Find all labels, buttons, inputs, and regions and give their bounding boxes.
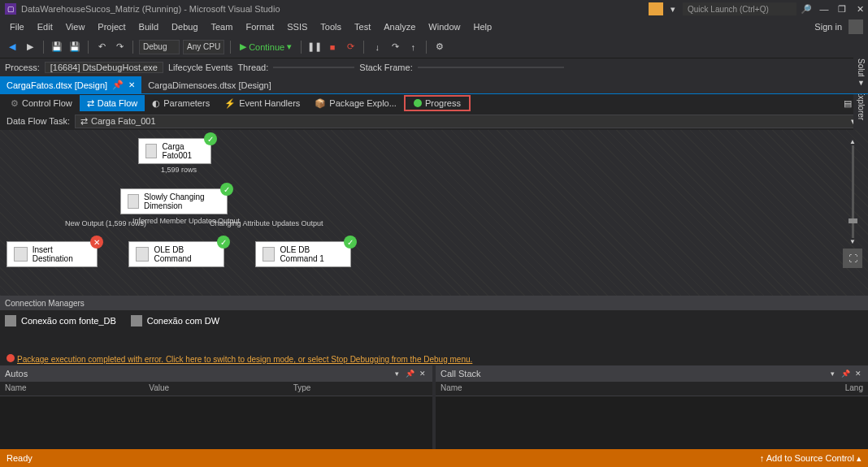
node-label: Slowly Changing Dimension (144, 192, 220, 210)
col-lang[interactable]: Lang (775, 382, 868, 396)
dft-label: Data Flow Task: (7, 116, 70, 126)
status-ok-icon: ✓ (220, 183, 233, 196)
col-value[interactable]: Value (144, 382, 288, 396)
close-panel-icon[interactable]: ✕ (418, 369, 427, 378)
hex-icon[interactable]: ⚙ (432, 40, 447, 54)
redo-icon[interactable]: ↷ (112, 40, 127, 54)
step-out-icon[interactable]: ↑ (406, 40, 420, 54)
save-icon[interactable]: 💾 (50, 40, 64, 54)
menu-file[interactable]: File (3, 19, 31, 34)
close-panel-icon[interactable]: ✕ (853, 369, 863, 378)
tab-progress[interactable]: Progress (404, 95, 471, 111)
dropdown-icon[interactable]: ▾ (392, 369, 401, 378)
connection-item[interactable]: Conexão com DW (131, 315, 219, 326)
col-name[interactable]: Name (0, 382, 144, 396)
menu-build[interactable]: Build (132, 19, 165, 34)
zoom-slider[interactable]: ▲ ▼ ⛶ (847, 138, 858, 268)
destination-icon (14, 247, 28, 262)
step-over-icon[interactable]: ↷ (388, 40, 402, 54)
process-bar: Process: [16684] DtsDebugHost.exe Lifecy… (0, 58, 868, 76)
quick-launch-input[interactable]: Quick Launch (Ctrl+Q) (683, 2, 796, 15)
lifecycle-label[interactable]: Lifecycle Events (168, 63, 232, 72)
step-into-icon[interactable]: ↓ (370, 40, 384, 54)
minimize-button[interactable]: — (816, 1, 832, 17)
node-label: Insert Destination (33, 245, 90, 263)
menu-edit[interactable]: Edit (31, 19, 59, 34)
menu-view[interactable]: View (59, 19, 92, 34)
process-name[interactable]: [16684] DtsDebugHost.exe (45, 62, 163, 73)
dropdown-icon[interactable]: ▾ (827, 369, 837, 378)
doc-tab-cargadimensoes[interactable]: CargaDimensoes.dtsx [Design] (141, 76, 278, 94)
col-name[interactable]: Name (436, 382, 775, 396)
process-label: Process: (5, 63, 40, 72)
vs-logo-icon: ▢ (5, 3, 16, 15)
break-all-icon[interactable]: ❚❚ (307, 40, 322, 54)
save-all-icon[interactable]: 💾 (67, 40, 82, 54)
stack-label: Stack Frame: (359, 63, 412, 72)
pin-icon[interactable]: 📌 (112, 80, 124, 90)
tab-event-handlers[interactable]: ⚡Event Handlers (217, 95, 307, 111)
tab-control-flow[interactable]: ⚙Control Flow (3, 95, 80, 111)
variables-icon[interactable]: ▤ (844, 98, 852, 109)
menu-project[interactable]: Project (91, 19, 132, 34)
document-tabs: CargaFatos.dtsx [Design] 📌 ✕ CargaDimens… (0, 76, 868, 94)
doc-tab-label: CargaFatos.dtsx [Design] (7, 80, 107, 90)
menu-format[interactable]: Format (239, 19, 280, 34)
design-canvas[interactable]: Carga Fato001 ✓ 1,599 rows Slowly Changi… (0, 130, 868, 296)
undo-icon[interactable]: ↶ (94, 40, 109, 54)
menu-help[interactable]: Help (467, 19, 498, 34)
stack-value[interactable] (418, 67, 564, 68)
active-files-dropdown[interactable]: ▼ (857, 79, 865, 87)
col-type[interactable]: Type (289, 382, 432, 396)
tab-parameters[interactable]: ◐Parameters (145, 95, 217, 111)
close-button[interactable]: ✕ (852, 1, 868, 17)
connection-managers-header[interactable]: Connection Managers (0, 296, 868, 310)
data-flow-task-row: Data Flow Task: ⇄Carga Fato_001▾ (0, 112, 868, 130)
title-bar: ▢ DataWarehouseSucos_Matriz (Running) - … (0, 0, 868, 18)
execution-error-bar[interactable]: Package execution completed with error. … (0, 352, 868, 365)
menu-analyze[interactable]: Analyze (377, 19, 422, 34)
designer-tabs: ⚙Control Flow ⇄Data Flow ◐Parameters ⚡Ev… (0, 94, 868, 112)
continue-button[interactable]: ▶ Continue ▾ (237, 41, 295, 52)
restart-icon[interactable]: ⟳ (343, 40, 358, 54)
thread-value[interactable] (273, 67, 354, 68)
pin-icon[interactable]: 📌 (840, 369, 850, 378)
nav-back-icon[interactable]: ◀ (5, 40, 20, 54)
add-source-control[interactable]: ↑ Add to Source Control ▴ (760, 453, 861, 464)
menu-test[interactable]: Test (348, 19, 377, 34)
node-oledb-cmd[interactable]: OLE DB Command ✓ (128, 241, 224, 267)
node-insert[interactable]: Insert Destination ✕ (7, 241, 98, 267)
zoom-fit-icon[interactable]: ⛶ (843, 249, 862, 268)
menu-window[interactable]: Window (422, 19, 467, 34)
sign-in-link[interactable]: Sign in (808, 20, 848, 33)
menu-ssis[interactable]: SSIS (280, 19, 314, 34)
callstack-panel: Call Stack ▾ 📌 ✕ Name Lang (436, 365, 868, 463)
platform-dropdown[interactable]: Any CPU (183, 40, 224, 54)
stop-icon[interactable]: ■ (325, 40, 340, 54)
doc-tab-cargafatos[interactable]: CargaFatos.dtsx [Design] 📌 ✕ (0, 76, 141, 94)
bottom-panels: Autos ▾ 📌 ✕ Name Value Type Call Stack ▾… (0, 365, 868, 463)
connection-item[interactable]: Conexão com fonte_DB (5, 315, 116, 326)
panel-title: Call Stack (441, 369, 824, 378)
node-scd[interactable]: Slowly Changing Dimension ✓ (120, 188, 228, 214)
node-source[interactable]: Carga Fato001 ✓ (138, 138, 211, 164)
config-dropdown[interactable]: Debug (139, 40, 180, 54)
restore-button[interactable]: ❐ (834, 1, 850, 17)
feedback-icon[interactable]: ▾ (665, 1, 681, 17)
menu-team[interactable]: Team (205, 19, 240, 34)
close-tab-icon[interactable]: ✕ (128, 80, 135, 89)
dft-dropdown[interactable]: ⇄Carga Fato_001▾ (75, 115, 861, 128)
panel-title: Autos (5, 369, 388, 378)
notifications-icon[interactable] (649, 2, 663, 15)
menu-tools[interactable]: Tools (314, 19, 348, 34)
pin-icon[interactable]: 📌 (405, 369, 414, 378)
error-link[interactable]: Package execution completed with error. … (17, 355, 472, 364)
search-icon[interactable]: 🔎 (798, 1, 814, 17)
node-oledb-cmd-1[interactable]: OLE DB Command 1 ✓ (255, 241, 351, 267)
nav-fwd-icon[interactable]: ▶ (23, 40, 37, 54)
command-icon (136, 247, 149, 262)
tab-package-explorer[interactable]: 📦Package Explo... (307, 95, 404, 111)
menu-debug[interactable]: Debug (165, 19, 204, 34)
tab-data-flow[interactable]: ⇄Data Flow (80, 95, 145, 111)
user-avatar-icon[interactable] (848, 19, 863, 34)
